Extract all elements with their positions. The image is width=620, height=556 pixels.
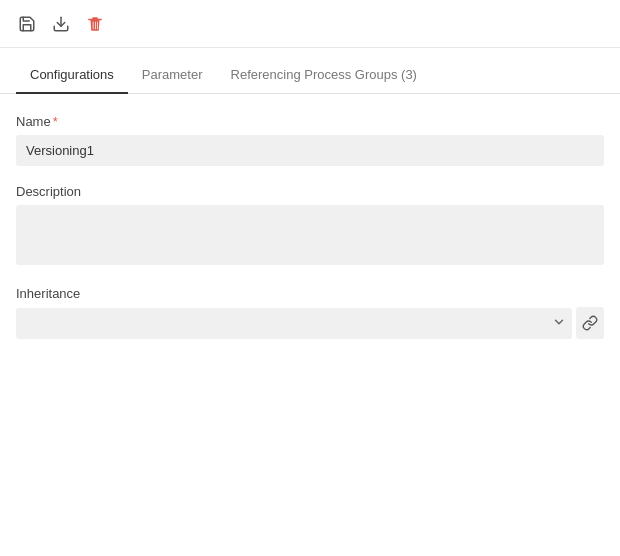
description-field-group: Description bbox=[16, 184, 604, 268]
name-field-group: Name* bbox=[16, 114, 604, 166]
name-input[interactable] bbox=[16, 135, 604, 166]
tab-configurations[interactable]: Configurations bbox=[16, 57, 128, 94]
toolbar bbox=[0, 0, 620, 48]
tab-referencing-process-groups[interactable]: Referencing Process Groups (3) bbox=[217, 57, 431, 94]
delete-icon-button[interactable] bbox=[84, 13, 106, 35]
tabs-container: Configurations Parameter Referencing Pro… bbox=[0, 48, 620, 94]
tab-parameter[interactable]: Parameter bbox=[128, 57, 217, 94]
download-icon-button[interactable] bbox=[50, 13, 72, 35]
description-input[interactable] bbox=[16, 205, 604, 265]
inheritance-field-group: Inheritance bbox=[16, 286, 604, 339]
name-label: Name* bbox=[16, 114, 604, 129]
inheritance-label: Inheritance bbox=[16, 286, 604, 301]
save-icon-button[interactable] bbox=[16, 13, 38, 35]
inheritance-select[interactable] bbox=[16, 308, 572, 339]
inheritance-link-button[interactable] bbox=[576, 307, 604, 339]
description-label: Description bbox=[16, 184, 604, 199]
content-area: Name* Description Inheritance bbox=[0, 94, 620, 377]
inheritance-select-wrapper bbox=[16, 307, 604, 339]
